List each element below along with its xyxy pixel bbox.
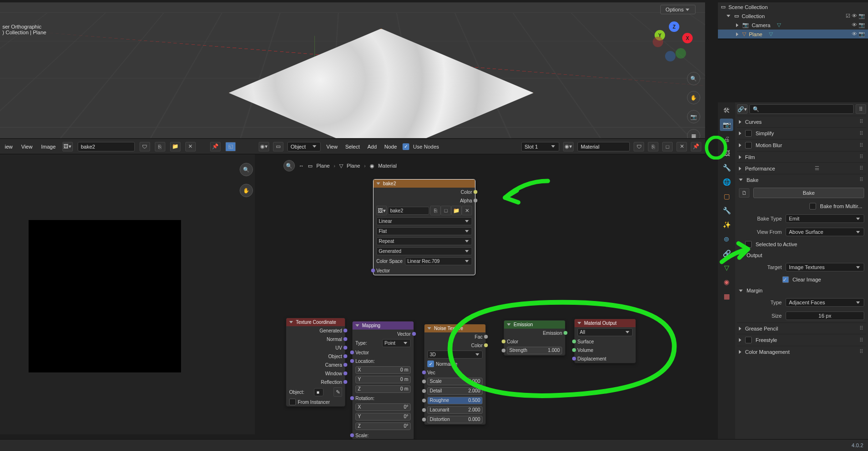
open-image-button[interactable]: 📁 — [170, 142, 181, 151]
vector-socket-in[interactable] — [350, 351, 354, 354]
menu-view[interactable]: View — [324, 143, 340, 150]
unlink-button[interactable]: ✕ — [462, 206, 472, 215]
crumb-material[interactable]: Material — [378, 163, 397, 169]
outliner-panel[interactable]: ▭ Scene Collection ▭ Collection ☑ 👁 📷 📷 … — [718, 2, 868, 39]
image-name-field[interactable]: bake2 — [78, 142, 135, 151]
volume-socket-in[interactable] — [572, 348, 576, 352]
drag-handle-icon[interactable]: ⠿ — [859, 177, 864, 183]
freestyle-panel[interactable]: Freestyle⠿ — [737, 334, 866, 346]
zoom-button[interactable]: 🔍 — [687, 72, 700, 85]
fake-user-button[interactable]: 🛡 — [634, 142, 644, 151]
render-tab[interactable]: 📷 — [720, 119, 733, 131]
menu-select[interactable]: Select — [343, 143, 362, 150]
menu-add[interactable]: Add — [365, 143, 379, 150]
properties-search-field[interactable]: 🔍 — [749, 104, 854, 114]
drag-handle-icon[interactable]: ⠿ — [859, 130, 864, 137]
zoom-tool[interactable]: 🔍 — [283, 160, 295, 171]
zoom-tool[interactable]: 🔍 — [240, 163, 253, 176]
properties-panel[interactable]: 🛠 📷 🖨 🖼 🔧 🌐 ▢ 🔧 ✨ ⊚ 🔗 ▽ ◉ ▦ 🔗▾ 🔍 ⠿ Curve… — [718, 102, 868, 439]
camera-row[interactable]: 📷 Camera ▽ 👁 📷 — [718, 20, 868, 30]
output-tab[interactable]: 🖨 — [720, 133, 733, 145]
options-button[interactable]: ⠿ — [856, 104, 866, 114]
image-texture-node[interactable]: bake2 Color Alpha 🖼▾bake2⎘□📁✕ Linear Fla… — [373, 179, 475, 275]
eye-icon[interactable]: 👁 — [852, 22, 857, 28]
node-header[interactable]: Mapping — [353, 321, 414, 330]
mesh-data-tab[interactable]: ▽ — [720, 261, 733, 274]
drag-handle-icon[interactable]: ⠿ — [859, 119, 864, 125]
performance-panel[interactable]: Performance☰⠿ — [737, 162, 866, 174]
scene-tab[interactable]: 🔧 — [720, 161, 733, 174]
users-button[interactable]: ⎘ — [430, 206, 441, 215]
socket-in[interactable] — [422, 380, 426, 383]
list-icon[interactable]: ☰ — [815, 165, 819, 171]
strength-field[interactable]: Strength1.000 — [507, 347, 562, 354]
render-icon[interactable]: 📷 — [858, 22, 865, 28]
checkbox-icon[interactable]: ☑ — [846, 13, 850, 19]
object-picker[interactable]: ■ — [314, 388, 323, 396]
socket-out[interactable] — [343, 380, 347, 384]
curves-panel[interactable]: Curves⠿ — [737, 116, 866, 127]
parent-icon[interactable]: ↔ — [299, 163, 304, 169]
gizmo-x-axis[interactable]: X — [682, 33, 693, 43]
data-path-button[interactable]: 🔗▾ — [737, 104, 747, 114]
image-editor-panel[interactable]: iew View Image 🖼▾ bake2 🛡 ⎘ 📁 ✕ 📌 ◱ 🔍 ✋ — [0, 139, 255, 434]
modifier-tab[interactable]: 🔧 — [720, 204, 733, 217]
normalize-check[interactable]: ✓ — [427, 361, 434, 367]
drag-handle-icon[interactable]: ⠿ — [859, 325, 864, 331]
socket-out[interactable] — [343, 371, 347, 375]
socket-out[interactable] — [412, 332, 416, 336]
render-icon[interactable]: 📷 — [858, 13, 865, 19]
use-nodes-checkbox[interactable]: ✓ — [403, 143, 409, 150]
drag-handle-icon[interactable]: ⠿ — [859, 142, 864, 149]
scale-socket-in[interactable] — [350, 433, 354, 437]
strength-socket-in[interactable] — [502, 349, 505, 352]
sel-to-active-check[interactable] — [745, 241, 752, 248]
simplify-check[interactable] — [745, 130, 752, 137]
editor-type-button[interactable]: ◉▾ — [259, 142, 269, 151]
menu-iew-truncated[interactable]: iew — [3, 143, 15, 150]
rot-y-field[interactable]: Y0° — [355, 413, 411, 421]
color-management-panel[interactable]: Color Management⠿ — [737, 346, 866, 357]
pin-button[interactable]: 📌 — [210, 142, 221, 151]
drag-handle-icon[interactable]: ⠿ — [859, 154, 864, 160]
node-header[interactable]: Noise Texture — [424, 324, 485, 332]
alpha-socket-out[interactable] — [474, 199, 477, 202]
perspective-toggle-button[interactable]: ▦ — [687, 129, 700, 138]
image-name-field[interactable]: bake2 — [390, 208, 403, 213]
new-material-button[interactable]: ⎘ — [648, 142, 658, 151]
menu-image[interactable]: Image — [39, 143, 58, 150]
copy-material-button[interactable]: □ — [662, 142, 673, 151]
loc-z-field[interactable]: Z0 m — [355, 385, 411, 393]
color-socket-in[interactable] — [502, 340, 505, 343]
rot-socket-in[interactable] — [350, 396, 354, 400]
node-header[interactable]: bake2 — [373, 180, 475, 188]
tool-tab[interactable]: 🛠 — [720, 104, 733, 117]
snap-button[interactable]: ◱ — [225, 142, 236, 151]
shader-mode-dropdown[interactable]: Object — [287, 142, 321, 151]
clear-image-check[interactable]: ✓ — [782, 276, 789, 283]
from-instancer-check[interactable] — [289, 399, 296, 405]
particle-tab[interactable]: ✨ — [720, 219, 733, 231]
viewport-options-dropdown[interactable]: Options — [660, 5, 696, 14]
material-tab[interactable]: ◉ — [720, 276, 733, 288]
drag-handle-icon[interactable]: ⠿ — [859, 165, 864, 171]
image-canvas[interactable] — [29, 220, 181, 372]
gizmo-neg-z[interactable] — [665, 51, 676, 61]
noise-texture-node[interactable]: Noise Texture Fac Color 3D ✓Normalize Ve… — [424, 324, 486, 425]
view-from-dropdown[interactable]: Above Surface — [786, 228, 864, 236]
plane-row[interactable]: ▽ Plane ▽ 👁 📷 — [718, 30, 868, 39]
margin-type-dropdown[interactable]: Adjacent Faces — [786, 298, 864, 307]
multires-check[interactable] — [809, 203, 816, 210]
eyedropper-button[interactable]: ✎ — [333, 387, 342, 397]
pan-tool[interactable]: ✋ — [240, 184, 253, 197]
detail-field[interactable]: Detail2.000 — [427, 387, 483, 395]
emission-node[interactable]: Emission Emission Color Strength1.000 — [504, 320, 565, 356]
grease-pencil-panel[interactable]: Grease Pencil⠿ — [737, 322, 866, 334]
socket-in[interactable] — [422, 389, 426, 393]
motion-blur-check[interactable] — [745, 142, 752, 149]
unlink-material-button[interactable]: ✕ — [676, 142, 687, 151]
mapping-node[interactable]: Mapping Vector Type:Point Vector Locatio… — [352, 321, 414, 440]
image-browse-button[interactable]: 🖼▾ — [376, 206, 387, 215]
texture-coordinate-node[interactable]: Texture Coordinate Generated Normal UV O… — [286, 318, 345, 407]
gizmo-neg-x[interactable] — [653, 37, 663, 47]
